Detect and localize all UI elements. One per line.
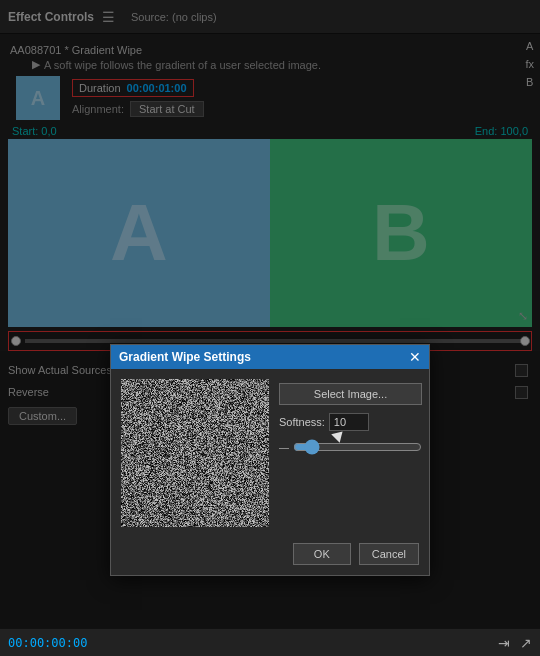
timecode: 00:00:00:00 [8, 636, 87, 650]
modal-preview-image [121, 379, 269, 527]
bottom-icons: ⇥ ↗ [498, 635, 532, 651]
modal-controls: Select Image... Softness: — [279, 379, 422, 527]
softness-slider-min: — [279, 442, 289, 453]
modal-close-button[interactable]: ✕ [409, 350, 421, 364]
modal-footer: OK Cancel [111, 537, 429, 575]
modal-title: Gradient Wipe Settings [119, 350, 251, 364]
gradient-wipe-settings-dialog: Gradient Wipe Settings ✕ Select Image...… [110, 344, 430, 576]
modal-titlebar: Gradient Wipe Settings ✕ [111, 345, 429, 369]
softness-input[interactable] [329, 413, 369, 431]
softness-row: Softness: [279, 413, 422, 431]
softness-label: Softness: [279, 416, 325, 428]
softness-slider[interactable] [293, 439, 422, 455]
cancel-button[interactable]: Cancel [359, 543, 419, 565]
ok-button[interactable]: OK [293, 543, 351, 565]
softness-slider-row: — [279, 439, 422, 455]
select-image-button[interactable]: Select Image... [279, 383, 422, 405]
playback-icon[interactable]: ⇥ [498, 635, 510, 651]
modal-overlay: Gradient Wipe Settings ✕ Select Image...… [0, 0, 540, 656]
bottom-bar: 00:00:00:00 ⇥ ↗ [0, 628, 540, 656]
export-icon[interactable]: ↗ [520, 635, 532, 651]
modal-body: Select Image... Softness: — [111, 369, 429, 537]
